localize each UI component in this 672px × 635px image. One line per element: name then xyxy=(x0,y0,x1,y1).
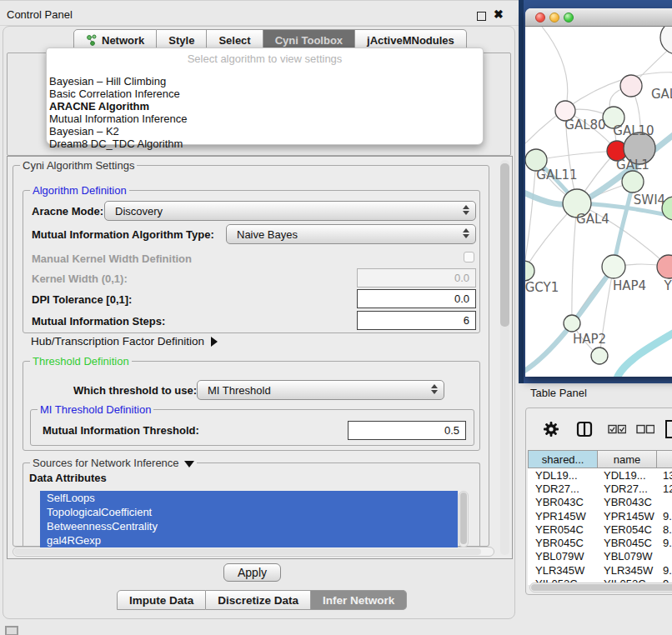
table-row[interactable]: YBL079W YBL079W xyxy=(528,550,672,563)
cell-value[interactable]: 9. xyxy=(659,510,672,522)
cell-shared-name[interactable]: YLR345W xyxy=(528,564,599,577)
dropdown-item[interactable]: Dream8 DC_TDC Algorithm xyxy=(47,138,483,150)
tab-infer-network[interactable]: Infer Network xyxy=(311,590,407,610)
cell-shared-name[interactable]: YBR045C xyxy=(528,537,599,549)
network-view-window[interactable]: GAL80 GAL10 GAL1 GAL11 GAL4 SWI4 GCY1 HA… xyxy=(525,8,672,377)
select-all-columns-icon[interactable] xyxy=(608,424,626,434)
cell-name[interactable]: YER054C xyxy=(599,523,659,536)
minimize-traffic-light-icon[interactable] xyxy=(549,12,559,22)
cell-value[interactable]: 12 xyxy=(659,482,672,495)
column-header-shared-name[interactable]: shared... xyxy=(528,450,598,468)
cell-name[interactable]: YBR045C xyxy=(599,537,659,549)
scrollbar-thumb[interactable] xyxy=(14,548,481,555)
node-pink-top[interactable] xyxy=(620,75,642,97)
collapse-down-icon xyxy=(184,461,194,468)
cell-name[interactable]: YBR043C xyxy=(599,496,659,508)
selected-value: Discovery xyxy=(105,205,163,218)
attribute-item[interactable]: BetweennessCentrality xyxy=(40,519,458,533)
float-window-icon[interactable] xyxy=(477,12,486,21)
cell-name[interactable]: YLR345W xyxy=(599,564,659,577)
node-swi4[interactable] xyxy=(622,171,644,192)
hub-definition-expander[interactable]: Hub/Transcription Factor Definition xyxy=(31,335,218,348)
cell-shared-name[interactable]: YDR27... xyxy=(528,482,599,495)
dropdown-item[interactable]: Bayesian – Hill Climbing xyxy=(47,75,483,88)
mi-algorithm-type-select[interactable]: Naive Bayes xyxy=(226,224,476,244)
column-header-partial[interactable] xyxy=(657,450,672,468)
settings-gear-icon[interactable] xyxy=(543,421,559,438)
cell-shared-name[interactable]: YBR043C xyxy=(528,496,599,508)
apply-button[interactable]: Apply xyxy=(223,563,281,582)
dropdown-item[interactable]: Mutual Information Inference xyxy=(47,112,483,125)
group-title: MI Threshold Definition xyxy=(38,403,153,416)
which-threshold-select[interactable]: MI Threshold xyxy=(197,380,444,400)
cell-value[interactable]: 9. xyxy=(659,564,672,577)
node-gcy1[interactable] xyxy=(525,261,534,281)
table-row[interactable]: YER054C YER054C 8. xyxy=(528,522,672,536)
mi-threshold-input[interactable]: 0.5 xyxy=(348,421,466,440)
node-hap4[interactable] xyxy=(602,255,625,278)
settings-horizontal-scrollbar[interactable] xyxy=(13,547,494,557)
close-icon[interactable]: ✖ xyxy=(494,8,504,21)
cell-name[interactable]: YDL19... xyxy=(599,469,659,482)
data-attributes-label: Data Attributes xyxy=(29,472,107,484)
settings-vertical-scrollbar[interactable] xyxy=(500,160,509,555)
cell-name[interactable]: YBL079W xyxy=(599,550,659,562)
table-row[interactable]: YDR27... YDR27... 12 xyxy=(528,482,672,495)
attributes-scrollbar[interactable] xyxy=(459,491,469,548)
import-table-file-icon[interactable] xyxy=(664,420,672,438)
table-row[interactable]: YBR043C YBR043C xyxy=(528,496,672,509)
threshold-definition-group: Threshold Definition Which threshold to … xyxy=(23,361,480,451)
dropdown-item-selected[interactable]: ARACNE Algorithm xyxy=(47,100,483,112)
cell-value[interactable]: 8. xyxy=(659,523,672,536)
table-horizontal-scrollbar[interactable] xyxy=(529,582,672,592)
node-top-right[interactable] xyxy=(660,27,672,54)
column-header-name[interactable]: name xyxy=(598,450,657,468)
input-value: 6 xyxy=(464,314,469,327)
attribute-item[interactable]: SelfLoops xyxy=(40,491,458,505)
aracne-mode-select[interactable]: Discovery xyxy=(104,201,476,221)
show-columns-icon[interactable] xyxy=(576,421,593,438)
mi-threshold-group: MI Threshold Definition Mutual Informati… xyxy=(30,409,474,446)
table-row[interactable]: YBR045C YBR045C 9. xyxy=(528,536,672,549)
attribute-item[interactable]: gal4RGexp xyxy=(40,533,458,548)
algorithm-definition-group: Algorithm Definition Aracne Mode: Discov… xyxy=(23,190,480,333)
cell-shared-name[interactable]: YER054C xyxy=(528,523,599,536)
table-row[interactable]: YPR145W YPR145W 9. xyxy=(528,509,672,522)
table-row[interactable]: YDL19... YDL19... 13 xyxy=(528,468,672,482)
cell-name[interactable]: YDR27... xyxy=(599,482,659,495)
cell-value[interactable]: 9. xyxy=(659,537,672,549)
cell-shared-name[interactable]: YDL19... xyxy=(528,469,599,482)
tab-impute-data[interactable]: Impute Data xyxy=(117,590,206,610)
kernel-width-label: Kernel Width (0,1): xyxy=(32,272,128,285)
cell-shared-name[interactable]: YBL079W xyxy=(528,550,599,562)
tab-label: Network xyxy=(102,34,144,47)
mi-steps-input[interactable]: 6 xyxy=(357,311,476,330)
input-value: 0.0 xyxy=(454,272,469,284)
scrollbar-thumb[interactable] xyxy=(531,584,672,591)
cell-value[interactable]: 13 xyxy=(659,469,672,482)
kernel-width-input[interactable]: 0.0 xyxy=(357,268,476,288)
dropdown-item[interactable]: Bayesian – K2 xyxy=(47,125,483,138)
node-hap2[interactable] xyxy=(564,315,580,332)
network-window-titlebar[interactable] xyxy=(525,8,672,27)
manual-kernel-checkbox[interactable] xyxy=(464,252,474,262)
tab-discretize-data[interactable]: Discretize Data xyxy=(206,590,311,610)
node-bottom[interactable] xyxy=(591,348,608,364)
scrollbar-thumb[interactable] xyxy=(460,492,467,544)
network-canvas[interactable]: GAL80 GAL10 GAL1 GAL11 GAL4 SWI4 GCY1 HA… xyxy=(525,27,672,377)
panel-title: Control Panel xyxy=(7,8,73,21)
cell-shared-name[interactable]: YPR145W xyxy=(528,510,599,522)
unselect-all-columns-icon[interactable] xyxy=(636,424,654,434)
node-label: GCY1 xyxy=(525,280,559,295)
cell-name[interactable]: YPR145W xyxy=(599,510,659,522)
sources-title[interactable]: Sources for Network Inference xyxy=(30,457,197,469)
zoom-traffic-light-icon[interactable] xyxy=(564,12,574,22)
attribute-item[interactable]: TopologicalCoefficient xyxy=(40,505,458,519)
dpi-tolerance-input[interactable]: 0.0 xyxy=(357,289,476,308)
close-traffic-light-icon[interactable] xyxy=(535,12,545,22)
node-label: GAL11 xyxy=(536,168,577,182)
dropdown-item[interactable]: Basic Correlation Inference xyxy=(47,88,483,100)
minimized-panel-icon[interactable] xyxy=(5,626,18,635)
table-row[interactable]: YLR345W YLR345W 9. xyxy=(528,563,672,577)
scrollbar-thumb[interactable] xyxy=(500,163,509,327)
